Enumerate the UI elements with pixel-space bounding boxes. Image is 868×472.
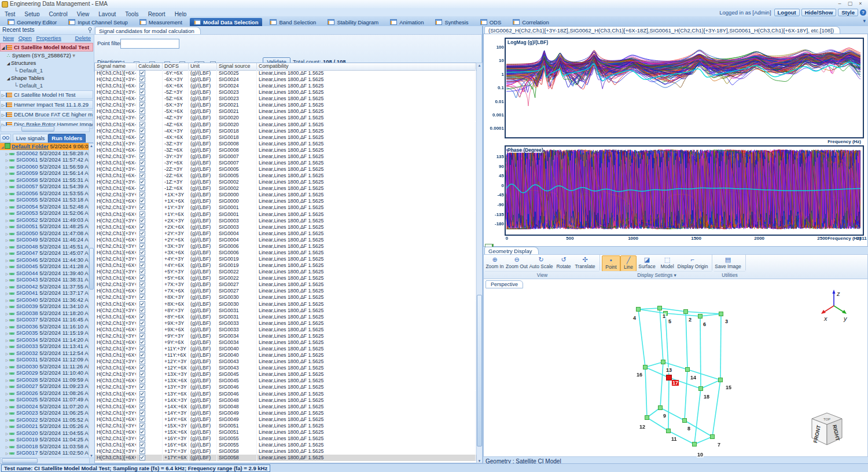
tree-item-test[interactable]: ▷CI Satellite Model HI Test xyxy=(0,90,93,99)
table-row[interactable]: H(Ch2,Ch1)[+3Y-4Z]-4Z:+3Y(g)/(LBF)SIG002… xyxy=(95,115,477,121)
table-row[interactable]: H(Ch3,Ch1)[+6X+2Y]+2Y:+6X(g)/(LBF)SIG000… xyxy=(95,237,477,243)
run-list-item[interactable]: ▷wwSIG0022 5/2/2024 11:05:52 AM xyxy=(0,416,89,423)
table-row[interactable]: H(Ch2,Ch1)[+3Y+9X]+9X:+3Y(g)/(LBF)SIG003… xyxy=(95,320,477,327)
table-row[interactable]: H(Ch2,Ch1)[+3Y+4Y]+4Y:+3Y(g)/(LBF)SIG001… xyxy=(95,256,477,262)
node[interactable] xyxy=(693,442,697,447)
run-list-item[interactable]: ▷wwSIG0029 5/2/2024 11:10:40 AM xyxy=(0,369,89,376)
table-row[interactable]: H(Ch2,Ch1)[+3Y+2X]+2X:+3Y(g)/(LBF)SIG000… xyxy=(95,218,477,224)
calculate-modal-checkbox[interactable] xyxy=(139,308,145,313)
table-row[interactable]: H(Ch3,Ch1)[+6X-2Z]-2Z:+6X(g)/(LBF)SIG000… xyxy=(95,173,477,179)
table-row[interactable]: H(Ch3,Ch1)[+6X+15X]+15X:+6X(g)/(LBF)SIG0… xyxy=(95,429,477,436)
table-row[interactable]: H(Ch3,Ch1)[+6X+2X]+2X:+6X(g)/(LBF)SIG000… xyxy=(95,224,477,230)
calculate-modal-checkbox[interactable] xyxy=(139,294,145,300)
logout-button[interactable]: Logout xyxy=(774,9,800,16)
table-row[interactable]: H(Ch2,Ch1)[+3Y-5Z]-5Z:+3Y(g)/(LBF)SIG002… xyxy=(95,89,477,96)
run-list-item[interactable]: ▷wwSIG0049 5/2/2024 11:46:24 AM xyxy=(0,236,89,243)
run-list-item[interactable]: ▷wwSIG0059 5/2/2024 11:56:14 AM xyxy=(0,170,89,177)
run-list-item[interactable]: ▷wwSIG0025 5/2/2024 11:07:49 AM xyxy=(0,396,89,403)
tab-band-selection[interactable]: Band Selection xyxy=(266,18,320,27)
table-row[interactable]: H(Ch3,Ch1)[+6X+9X]+9X:+6X(g)/(LBF)SIG003… xyxy=(95,327,477,333)
node[interactable] xyxy=(719,378,723,382)
calculate-modal-checkbox[interactable] xyxy=(139,96,145,101)
calculate-modal-checkbox[interactable] xyxy=(139,410,145,416)
tab-correlation[interactable]: Correlation xyxy=(509,18,553,27)
node[interactable] xyxy=(667,429,671,433)
scroll-up-arrow[interactable]: ▲ xyxy=(477,63,482,67)
run-list-item[interactable]: ▷wwSIG0033 5/2/2024 11:13:41 AM xyxy=(0,343,89,350)
table-row[interactable]: H(Ch2,Ch1)[+3Y+12Y]+12Y:+3Y(g)/(LBF)SIG0… xyxy=(95,358,477,365)
calculate-modal-checkbox[interactable] xyxy=(139,134,145,140)
calculate-modal-checkbox[interactable] xyxy=(139,429,145,435)
table-row[interactable]: H(Ch3,Ch1)[+6X+7X]+7X:+6X(g)/(LBF)SIG002… xyxy=(95,288,477,294)
calculate-modal-checkbox[interactable] xyxy=(139,153,145,159)
calculate-modal-checkbox[interactable] xyxy=(139,224,145,230)
calculate-modal-checkbox[interactable] xyxy=(139,262,145,268)
charts-panel-tab[interactable]: (SIG0062_H(Ch2,Ch1)[+3Y-18Z],SIG0062_H(C… xyxy=(484,26,840,34)
run-list-item[interactable]: ▷wwSIG0050 5/2/2024 11:47:08 AM xyxy=(0,230,89,237)
table-row[interactable]: H(Ch3,Ch1)[+6X-5Z]-5Z:+6X(g)/(LBF)SIG002… xyxy=(95,96,477,102)
table-row[interactable]: H(Ch2,Ch1)[+3Y+13Y]+13Y:+3Y(g)/(LBF)SIG0… xyxy=(95,384,477,390)
column-header-unit[interactable]: Unit xyxy=(189,63,217,69)
run-list-item[interactable]: ▷wwSIG0018 5/2/2024 11:03:58 AM xyxy=(0,443,89,450)
table-vertical-scrollbar[interactable]: ▲ ▼ xyxy=(476,63,483,463)
run-list-item[interactable]: ▷wwSIG0027 5/2/2024 11:09:23 AM xyxy=(0,383,89,390)
chevron-down-icon[interactable]: ▾ xyxy=(863,18,866,24)
translate-button[interactable]: ✣Translate xyxy=(574,255,596,270)
geometry-display-tab[interactable]: Geometry Display xyxy=(484,247,539,255)
run-list-item[interactable]: ▷wwSIG0034 5/2/2024 11:14:20 AM xyxy=(0,336,89,343)
tree-group-structures[interactable]: ◢Structures xyxy=(0,59,93,67)
table-row[interactable]: H(Ch2,Ch1)[+3Y-3Y]-3Y:+3Y(g)/(LBF)SIG000… xyxy=(95,153,477,160)
run-list-item[interactable]: ▷wwSIG0038 5/2/2024 11:18:20 AM xyxy=(0,310,89,317)
table-row[interactable]: H(Ch3,Ch1)[+6X+3X]+3X:+6X(g)/(LBF)SIG000… xyxy=(95,250,477,256)
calculate-modal-checkbox[interactable] xyxy=(139,83,145,89)
table-row[interactable]: H(Ch3,Ch1)[+6X+8X]+8X:+6X(g)/(LBF)SIG003… xyxy=(95,301,477,308)
run-list-item[interactable]: ▷wwSIG0016 5/2/2024 11:02:14 AM xyxy=(0,456,89,458)
calculate-modal-checkbox[interactable] xyxy=(139,185,145,191)
new-link[interactable]: New xyxy=(3,35,14,41)
run-list-item[interactable]: ▷wwSIG0048 5/2/2024 11:45:51 AM xyxy=(0,243,89,250)
run-list-item[interactable]: ▷wwSIG0023 5/2/2024 11:06:25 AM xyxy=(0,409,89,416)
table-row[interactable]: H(Ch2,Ch1)[+3Y-3Z]-3Z:+3Y(g)/(LBF)SIG000… xyxy=(95,141,477,147)
open-link[interactable]: Open xyxy=(19,35,32,41)
node[interactable] xyxy=(683,419,687,423)
model-button[interactable]: ⬚Model xyxy=(659,255,676,270)
calculate-modal-checkbox[interactable] xyxy=(139,70,145,76)
run-list-item[interactable]: ▷wwSIG0046 5/2/2024 11:44:30 AM xyxy=(0,257,89,264)
delete-link[interactable]: Delete xyxy=(75,35,91,41)
expand-icon[interactable]: ▷ xyxy=(1,101,6,109)
calculate-modal-checkbox[interactable] xyxy=(139,211,145,217)
table-row[interactable]: H(Ch3,Ch1)[+6X+14Y]+14Y:+6X(g)/(LBF)SIG0… xyxy=(95,416,477,423)
calculate-modal-checkbox[interactable] xyxy=(139,147,145,153)
expand-icon[interactable]: ▷ xyxy=(1,92,6,99)
style-button[interactable]: Style xyxy=(838,9,858,16)
table-row[interactable]: H(Ch2,Ch1)[+3Y+11Y]+11Y:+3Y(g)/(LBF)SIG0… xyxy=(95,346,477,352)
auto-scale-button[interactable]: ↻Auto Scale xyxy=(529,255,553,270)
table-row[interactable]: H(Ch3,Ch1)[+6X-3Y]-3Y:+6X(g)/(LBF)SIG000… xyxy=(95,160,477,166)
run-list-item[interactable]: ▷wwSIG0020 5/2/2024 11:04:55 AM xyxy=(0,430,89,437)
node[interactable] xyxy=(698,314,703,319)
node[interactable] xyxy=(659,406,663,410)
calculate-modal-checkbox[interactable] xyxy=(139,256,145,262)
tree-item-system[interactable]: ∴System (SYS_2588672) ▾ xyxy=(0,52,93,59)
run-list-item[interactable]: ▷wwSIG0061 5/2/2024 11:57:42 AM xyxy=(0,156,89,163)
table-row[interactable]: H(Ch2,Ch1)[+3Y-2Z]-2Z:+3Y(g)/(LBF)SIG000… xyxy=(95,166,477,173)
pin-icon[interactable] xyxy=(87,27,93,33)
tree-horizontal-scrollbar[interactable] xyxy=(1,126,90,132)
scroll-down-arrow[interactable]: ▼ xyxy=(89,454,94,458)
table-row[interactable]: H(Ch2,Ch1)[+3Y+14Y]+14Y:+3Y(g)/(LBF)SIG0… xyxy=(95,410,477,416)
run-list-item[interactable]: ▷wwSIG0058 5/2/2024 11:55:31 AM xyxy=(0,177,89,184)
table-row[interactable]: H(Ch3,Ch1)[+6X-6X]-6X:+6X(g)/(LBF)SIG002… xyxy=(95,83,477,89)
run-list-item[interactable]: ▷wwSIG0056 5/2/2024 11:53:55 AM xyxy=(0,190,89,197)
run-list-item[interactable]: ▷wwSIG0062 5/2/2024 11:58:28 AM xyxy=(0,150,89,157)
ribbon-group-label[interactable]: Utilities xyxy=(714,271,745,279)
point-filter-input[interactable] xyxy=(120,39,179,49)
ribbon-group-label[interactable]: View xyxy=(485,271,599,279)
tab-measurement[interactable]: Measurement xyxy=(135,18,186,27)
run-list-item[interactable]: ▷wwSIG0054 5/2/2024 11:52:48 AM xyxy=(0,203,89,210)
node[interactable] xyxy=(658,306,662,310)
tree-item-selected-test[interactable]: ◢CI Satellite Model Modal Test xyxy=(0,43,93,52)
node[interactable] xyxy=(686,368,690,372)
sidebar-tab-run-folders[interactable]: Run folders xyxy=(48,134,86,142)
calculate-modal-checkbox[interactable] xyxy=(139,281,145,287)
calculate-modal-checkbox[interactable] xyxy=(139,423,145,429)
